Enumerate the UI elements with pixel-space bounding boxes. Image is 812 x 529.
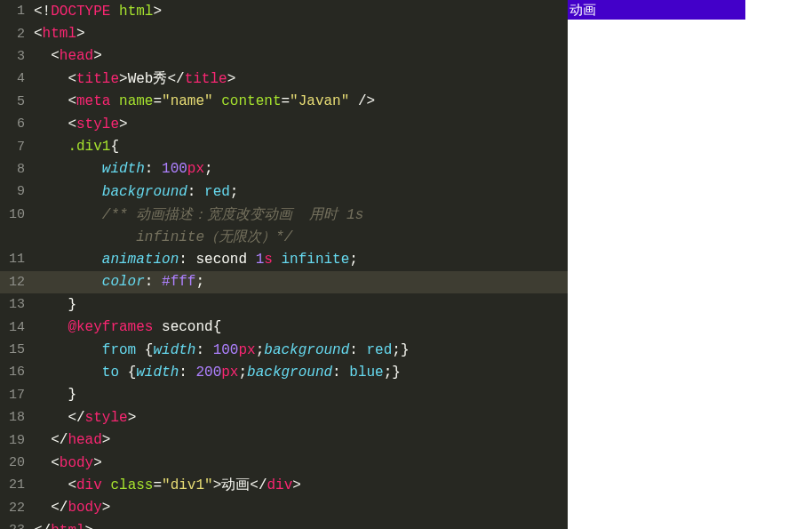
- line-content[interactable]: </html>: [34, 523, 568, 529]
- line-number: 6: [0, 116, 34, 132]
- line-number: 20: [0, 455, 34, 470]
- code-line[interactable]: 13 }: [0, 293, 568, 316]
- line-content[interactable]: width: 100px;: [34, 161, 568, 177]
- line-number: 15: [0, 342, 34, 357]
- line-content[interactable]: <title>Web秀</title>: [34, 69, 568, 88]
- code-line[interactable]: 1<!DOCTYPE html>: [0, 0, 568, 22]
- code-line[interactable]: 18 </style>: [0, 406, 568, 429]
- preview-box-text: 动画: [569, 2, 596, 19]
- line-number: 21: [0, 477, 34, 493]
- code-line[interactable]: 20 <body>: [0, 452, 568, 474]
- code-line[interactable]: 19 </head>: [0, 429, 568, 451]
- line-number: 7: [0, 140, 34, 155]
- line-number: 3: [0, 49, 34, 64]
- line-number: 9: [0, 184, 34, 199]
- line-content[interactable]: </head>: [34, 432, 568, 448]
- preview-pane: 动画: [568, 0, 812, 529]
- code-line[interactable]: 21 <div class="div1">动画</div>: [0, 474, 568, 496]
- code-editor[interactable]: 1<!DOCTYPE html>2<html>3 <head>4 <title>…: [0, 0, 568, 529]
- line-content[interactable]: <html>: [34, 26, 568, 42]
- line-number: 23: [0, 523, 34, 529]
- line-content[interactable]: /** 动画描述：宽度改变动画 用时 1s: [34, 205, 568, 224]
- code-line[interactable]: 5 <meta name="name" content="Javan" />: [0, 91, 568, 113]
- line-number: 18: [0, 410, 34, 425]
- line-content[interactable]: to {width: 200px;background: blue;}: [34, 365, 568, 381]
- line-content[interactable]: infinite（无限次）*/: [34, 228, 568, 246]
- code-line[interactable]: 11 animation: second 1s infinite;: [0, 248, 568, 270]
- line-number: 16: [0, 365, 34, 380]
- code-line[interactable]: 22 </body>: [0, 497, 568, 519]
- line-content[interactable]: <meta name="name" content="Javan" />: [34, 93, 568, 109]
- line-number: 8: [0, 162, 34, 177]
- line-content[interactable]: </style>: [34, 410, 568, 426]
- code-line[interactable]: 15 from {width: 100px;background: red;}: [0, 339, 568, 361]
- code-line[interactable]: 8 width: 100px;: [0, 158, 568, 180]
- line-number: 22: [0, 501, 34, 516]
- line-content[interactable]: <body>: [34, 455, 568, 471]
- line-number: 4: [0, 71, 34, 86]
- line-content[interactable]: }: [34, 297, 568, 313]
- line-number: 12: [0, 275, 34, 290]
- code-line[interactable]: 23</html>: [0, 519, 568, 529]
- line-number: 10: [0, 207, 34, 222]
- code-line[interactable]: 16 to {width: 200px;background: blue;}: [0, 361, 568, 383]
- line-content[interactable]: animation: second 1s infinite;: [34, 252, 568, 268]
- line-number: 2: [0, 27, 34, 42]
- line-number: 14: [0, 320, 34, 335]
- code-line[interactable]: 3 <head>: [0, 45, 568, 68]
- code-line[interactable]: 14 @keyframes second{: [0, 316, 568, 338]
- line-content[interactable]: background: red;: [34, 184, 568, 200]
- line-number: 19: [0, 433, 34, 448]
- code-line[interactable]: 17 }: [0, 384, 568, 406]
- code-line[interactable]: 2<html>: [0, 22, 568, 44]
- line-content[interactable]: color: #fff;: [34, 274, 568, 290]
- code-line[interactable]: 6 <style>: [0, 113, 568, 135]
- code-line[interactable]: 4 <title>Web秀</title>: [0, 68, 568, 90]
- line-content[interactable]: }: [34, 387, 568, 403]
- line-content[interactable]: <style>: [34, 116, 568, 132]
- line-number: 17: [0, 388, 34, 403]
- line-content[interactable]: .div1{: [34, 139, 568, 155]
- line-number: 1: [0, 4, 34, 19]
- line-number: 5: [0, 94, 34, 109]
- preview-animated-box: 动画: [568, 0, 745, 20]
- line-content[interactable]: </body>: [34, 500, 568, 516]
- code-line[interactable]: 9 background: red;: [0, 180, 568, 203]
- line-content[interactable]: <!DOCTYPE html>: [34, 4, 568, 20]
- line-number: 13: [0, 297, 34, 312]
- code-line[interactable]: infinite（无限次）*/: [0, 226, 568, 248]
- code-line[interactable]: 10 /** 动画描述：宽度改变动画 用时 1s: [0, 204, 568, 226]
- line-number: 11: [0, 252, 34, 267]
- line-content[interactable]: <head>: [34, 48, 568, 64]
- line-content[interactable]: from {width: 100px;background: red;}: [34, 342, 568, 358]
- line-content[interactable]: @keyframes second{: [34, 319, 568, 335]
- line-content[interactable]: <div class="div1">动画</div>: [34, 476, 568, 494]
- code-line[interactable]: 12 color: #fff;: [0, 271, 568, 293]
- code-line[interactable]: 7 .div1{: [0, 135, 568, 157]
